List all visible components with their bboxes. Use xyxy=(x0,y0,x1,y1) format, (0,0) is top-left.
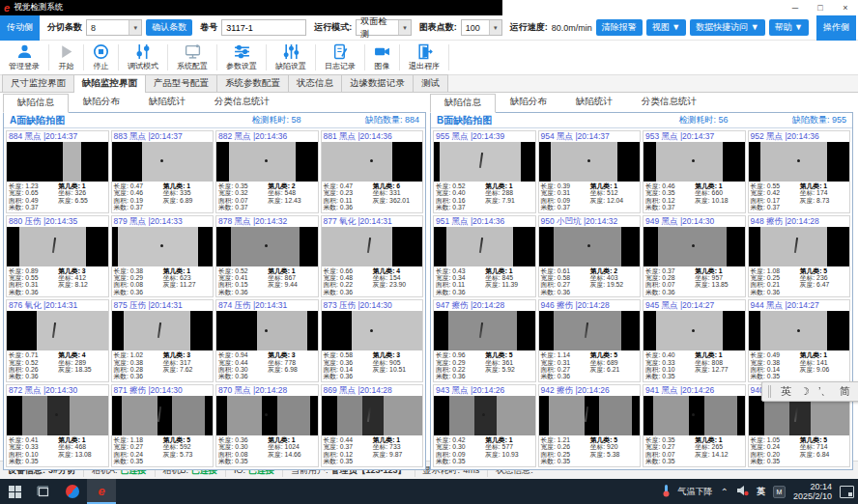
ime-item-3[interactable]: ’、 xyxy=(818,382,831,401)
defect-mark xyxy=(793,406,797,422)
defect-cell-951[interactable]: 951 黑点 |20:14:36长度: 0.43宽度: 0.34面积: 0.11… xyxy=(433,215,536,298)
defect-cell-873[interactable]: 873 压伤 |20:14:30长度: 0.58宽度: 0.36面积: 0.14… xyxy=(321,299,424,382)
subtab-1[interactable]: 缺陷信息 xyxy=(3,94,69,113)
defect-cell-880[interactable]: 880 压伤 |20:14:35长度: 0.89宽度: 0.55面积: 0.31… xyxy=(6,215,109,298)
defect-image xyxy=(112,142,214,182)
close-button[interactable]: × xyxy=(833,3,858,13)
defect-cell-882[interactable]: 882 黑点 |20:14:36长度: 0.35宽度: 0.32面积: 0.07… xyxy=(215,130,319,213)
defect-cell-955[interactable]: 955 黑点 |20:14:39长度: 0.52宽度: 0.40面积: 0.16… xyxy=(433,130,536,213)
slit-count-select[interactable]: 8 ▾ xyxy=(86,19,142,36)
defect-image xyxy=(539,142,641,182)
subtab-4[interactable]: 分类信息统计 xyxy=(200,93,284,112)
confirm-count-button[interactable]: 确认条数 xyxy=(146,19,192,36)
ime-item-4[interactable]: 简 xyxy=(840,382,850,401)
ime-language-indicator[interactable]: 英 xyxy=(757,486,765,498)
admin-login-button[interactable]: 管理登录 xyxy=(0,41,48,74)
defect-cell-871[interactable]: 871 擦伤 |20:14:30长度: 1.18宽度: 0.27面积: 0.24… xyxy=(111,384,214,467)
tab-test[interactable]: 测试 xyxy=(413,74,448,92)
subtab-4[interactable]: 分类信息统计 xyxy=(627,93,711,112)
subtab-3[interactable]: 缺陷统计 xyxy=(134,93,200,112)
defect-cell-944[interactable]: 944 黑点 |20:14:27长度: 0.49宽度: 0.38面积: 0.14… xyxy=(748,299,851,382)
tab-status-info[interactable]: 状态信息 xyxy=(288,74,342,92)
drive-side-button[interactable]: 传动侧 xyxy=(0,15,40,41)
notification-center-icon[interactable] xyxy=(840,486,854,498)
minimize-button[interactable]: ─ xyxy=(783,3,808,13)
chart-points-select[interactable]: 100 ▾ xyxy=(461,19,502,36)
volume-icon[interactable] xyxy=(736,485,749,498)
view-menu-button[interactable]: 视图 ▼ xyxy=(646,19,686,36)
defect-cell-954[interactable]: 954 黑点 |20:14:37长度: 0.39宽度: 0.31面积: 0.09… xyxy=(538,130,642,213)
ime-item-2[interactable]: ☽ xyxy=(800,382,810,401)
defect-cell-953[interactable]: 953 黑点 |20:14:37长度: 0.46宽度: 0.35面积: 0.12… xyxy=(643,130,746,213)
help-menu-button[interactable]: 帮助 ▼ xyxy=(769,19,809,36)
defect-cell-949[interactable]: 949 黑点 |20:14:30长度: 0.37宽度: 0.28面积: 0.07… xyxy=(643,215,746,298)
subtab-2[interactable]: 缺陷分布 xyxy=(496,93,561,112)
tab-system-param-config[interactable]: 系统参数配置 xyxy=(216,74,289,92)
defect-cell-870[interactable]: 870 黑点 |20:14:28长度: 0.36宽度: 0.30面积: 0.08… xyxy=(215,384,319,467)
panel-b: B面缺陷拍图 检测耗时: 56 缺陷数量: 955 955 黑点 |20:14:… xyxy=(430,112,853,470)
taskbar-clock[interactable]: 20:14 2025/2/10 xyxy=(793,482,832,501)
defect-cell-945[interactable]: 945 黑点 |20:14:27长度: 0.40宽度: 0.33面积: 0.10… xyxy=(643,299,746,382)
start-button[interactable]: 开始 xyxy=(49,41,83,74)
defect-cell-947[interactable]: 947 擦伤 |20:14:28长度: 0.96宽度: 0.29面积: 0.22… xyxy=(433,299,536,382)
tray-expand-chevron[interactable]: ⌃ xyxy=(721,487,729,497)
maximize-button[interactable]: □ xyxy=(808,3,833,13)
tab-size-monitor[interactable]: 尺寸监控界面 xyxy=(2,74,74,92)
defect-cell-950[interactable]: 950 小凹坑 |20:14:32长度: 0.61宽度: 0.58面积: 0.2… xyxy=(538,215,642,298)
image-button[interactable]: 图像 xyxy=(365,41,399,74)
subtab-3[interactable]: 缺陷统计 xyxy=(561,93,627,112)
start-button[interactable] xyxy=(0,479,29,504)
stop-button[interactable]: 停止 xyxy=(84,41,118,74)
defect-cell-876[interactable]: 876 氧化 |20:14:31长度: 0.71宽度: 0.52面积: 0.26… xyxy=(6,299,109,382)
system-config-button[interactable]: 系统配置 xyxy=(168,41,216,74)
roll-no-input[interactable] xyxy=(221,19,306,36)
defect-cell-875[interactable]: 875 压伤 |20:14:31长度: 1.02宽度: 0.38面积: 0.28… xyxy=(111,299,214,382)
defect-meta: 长度: 0.43宽度: 0.34面积: 0.11米数: 0.36第几类: 1坐标… xyxy=(434,266,535,297)
tab-edge-data-record[interactable]: 边缘数据记录 xyxy=(341,74,414,92)
tab-defect-monitor[interactable]: 缺陷监控界面 xyxy=(73,74,146,93)
ime-toolbar[interactable]: 英☽’、简☺⚙ xyxy=(761,381,858,402)
defect-cell-952[interactable]: 952 黑点 |20:14:36长度: 0.55宽度: 0.42面积: 0.17… xyxy=(748,130,851,213)
run-mode-select[interactable]: 双面检测 ▾ xyxy=(356,19,411,36)
tab-product-model-config[interactable]: 产品型号配置 xyxy=(145,74,217,92)
defect-meta: 长度: 1.21宽度: 0.26面积: 0.25米数: 0.35第几类: 5坐标… xyxy=(539,435,641,466)
defect-cell-title: 953 黑点 |20:14:37 xyxy=(644,131,745,142)
taskbar-app-icon[interactable] xyxy=(58,479,87,504)
exit-program-button[interactable]: 退出程序 xyxy=(400,41,448,74)
taskbar-active-app-icon[interactable]: e xyxy=(87,479,116,504)
defect-cell-879[interactable]: 879 黑点 |20:14:33长度: 0.38宽度: 0.29面积: 0.08… xyxy=(111,215,214,298)
defect-meta: 长度: 0.41宽度: 0.33面积: 0.10米数: 0.35第几类: 1坐标… xyxy=(7,435,108,466)
defect-cell-884[interactable]: 884 黑点 |20:14:37长度: 1.23宽度: 0.65面积: 0.49… xyxy=(6,130,109,213)
defect-cell-946[interactable]: 946 擦伤 |20:14:28长度: 1.14宽度: 0.31面积: 0.27… xyxy=(538,299,642,382)
defect-cell-943[interactable]: 943 黑点 |20:14:26长度: 0.42宽度: 0.30面积: 0.09… xyxy=(433,384,536,467)
toolbar-actions: 管理登录 开始 停止 调试模式 系统配置 参数设置 缺陷设置 日志记录 图像 退… xyxy=(0,41,858,75)
defect-cell-942[interactable]: 942 擦伤 |20:14:26长度: 1.21宽度: 0.26面积: 0.25… xyxy=(538,384,642,467)
defect-cell-883[interactable]: 883 黑点 |20:14:37长度: 0.47宽度: 0.46面积: 0.19… xyxy=(111,130,214,213)
defect-cell-948[interactable]: 948 擦伤 |20:14:28长度: 1.08宽度: 0.25面积: 0.21… xyxy=(748,215,851,298)
operate-side-button[interactable]: 操作侧 xyxy=(816,15,856,41)
defect-image xyxy=(539,311,641,350)
ime-mode-icon[interactable]: M xyxy=(773,486,786,498)
panel-b-header: B面缺陷拍图 检测耗时: 56 缺陷数量: 955 xyxy=(431,113,852,128)
defect-cell-869[interactable]: 869 黑点 |20:14:28长度: 0.44宽度: 0.37面积: 0.12… xyxy=(321,384,424,467)
defect-image xyxy=(322,142,423,182)
defect-meta: 长度: 0.47宽度: 0.23面积: 0.11米数: 0.36第几类: 6坐标… xyxy=(322,182,423,212)
debug-mode-button[interactable]: 调试模式 xyxy=(119,41,167,74)
defect-cell-941[interactable]: 941 黑点 |20:14:26长度: 0.35宽度: 0.27面积: 0.07… xyxy=(643,384,746,467)
defect-cell-878[interactable]: 878 黑点 |20:14:32长度: 0.52宽度: 0.41面积: 0.15… xyxy=(215,215,319,298)
log-record-button[interactable]: 日志记录 xyxy=(316,41,364,74)
ime-drag-handle[interactable] xyxy=(768,385,771,398)
defect-settings-button[interactable]: 缺陷设置 xyxy=(267,41,315,74)
ime-item-1[interactable]: 英 xyxy=(781,382,791,401)
weather-text[interactable]: 气温下降 xyxy=(678,486,713,498)
defect-cell-872[interactable]: 872 黑点 |20:14:30长度: 0.41宽度: 0.33面积: 0.10… xyxy=(6,384,109,467)
subtab-2[interactable]: 缺陷分布 xyxy=(69,93,134,112)
clear-alarm-button[interactable]: 清除报警 xyxy=(596,19,643,36)
param-settings-button[interactable]: 参数设置 xyxy=(217,41,266,74)
data-access-menu-button[interactable]: 数据快捷访问 ▼ xyxy=(690,19,764,36)
defect-cell-877[interactable]: 877 氧化 |20:14:31长度: 0.66宽度: 0.48面积: 0.22… xyxy=(321,215,424,298)
task-view-button[interactable] xyxy=(29,479,58,504)
defect-cell-874[interactable]: 874 压伤 |20:14:31长度: 0.94宽度: 0.44面积: 0.30… xyxy=(215,299,319,382)
subtab-1[interactable]: 缺陷信息 xyxy=(430,94,496,113)
defect-cell-881[interactable]: 881 黑点 |20:14:36长度: 0.47宽度: 0.23面积: 0.11… xyxy=(321,130,424,213)
